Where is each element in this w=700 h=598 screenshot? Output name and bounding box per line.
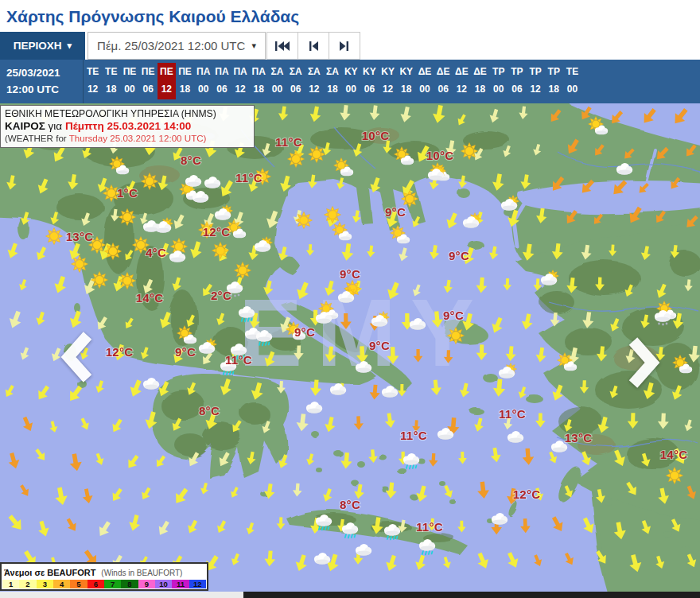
region-button[interactable]: ΠΕΡΙΟΧΗ ▾	[0, 32, 85, 60]
beaufort-legend-title: Άνεμοι σε BEAUFORT	[4, 568, 95, 577]
timeline-step[interactable]: ΤΡ18	[545, 63, 563, 99]
timeline-step[interactable]: ΠΑ12	[231, 63, 250, 99]
timeline-steps: ΤΕ12ΤΕ18ΠΕ00ΠΕ06ΠΕ12ΠΕ18ΠΑ00ΠΑ06ΠΑ12ΠΑ18…	[83, 60, 581, 103]
sun-icon	[212, 243, 229, 259]
temperature-label: 13°C	[565, 431, 593, 445]
map-next-arrow[interactable]	[620, 336, 665, 392]
temperature-label: 11°C	[499, 407, 526, 421]
timeline-step[interactable]: ΤΕ18	[102, 63, 120, 99]
temperature-label: 11°C	[400, 429, 427, 442]
temperature-label: 8°C	[340, 498, 360, 511]
skip-to-first-icon	[274, 41, 290, 52]
temperature-label: 9°C	[385, 205, 406, 219]
datetime-select[interactable]: Πέμ. 25/03/2021 12:00 UTC ▾	[88, 32, 266, 60]
map-prev-arrow[interactable]	[56, 331, 100, 386]
sun-icon	[296, 212, 313, 229]
previous-timestep-button[interactable]	[298, 32, 329, 60]
timeline-step[interactable]: ΔΕ06	[434, 63, 453, 99]
bottom-strip-light	[0, 592, 243, 598]
info-weather-word: ΚΑΙΡΟΣ	[5, 120, 45, 132]
temperature-label: 8°C	[181, 153, 201, 167]
beaufort-cell: 11	[172, 580, 189, 588]
timeline-step[interactable]: ΠΑ06	[212, 63, 231, 99]
sun-icon	[309, 146, 325, 163]
temperature-label: 8°C	[199, 404, 220, 417]
timeline-bar: 25/03/2021 12:00 UTC ΤΕ12ΤΕ18ΠΕ00ΠΕ06ΠΕ1…	[0, 60, 700, 103]
beaufort-cell: 5	[70, 580, 87, 588]
sun-icon	[142, 173, 158, 190]
timeline-step[interactable]: ΠΑ00	[194, 63, 212, 99]
temperature-label: 12°C	[203, 225, 231, 239]
timeline-step[interactable]: ΠΑ18	[250, 63, 268, 99]
weather-map: ΕΜΥ 11°C10°C8°C10°C11°C1°C9°C13°C12°C4°C…	[0, 103, 700, 592]
timeline-step[interactable]: ΣΑ00	[268, 63, 286, 99]
timeline-step[interactable]: ΚΥ06	[360, 63, 379, 99]
temperature-label: 12°C	[513, 487, 541, 501]
temperature-label: 9°C	[369, 339, 390, 352]
timeline-step[interactable]: ΚΥ18	[397, 63, 415, 99]
beaufort-cell: 6	[88, 580, 104, 588]
sun-icon	[448, 328, 465, 344]
info-valid-greek: ΚΑΙΡΟΣ για Πέμπτη 25.03.2021 14:00	[5, 120, 250, 133]
timeline-step[interactable]: ΚΥ00	[342, 63, 360, 99]
timeline-current-date: 25/03/2021	[6, 64, 83, 81]
info-agency: ΕΘΝΙΚΗ ΜΕΤΕΩΡΟΛΟΓΙΚΗ ΥΠΗΡΕΣΙΑ (HNMS)	[5, 108, 250, 120]
sun-icon	[46, 228, 63, 245]
timeline-step[interactable]: ΚΥ12	[379, 63, 397, 99]
timeline-step[interactable]: ΤΡ06	[508, 63, 526, 99]
timeline-step[interactable]: ΠΕ18	[176, 63, 194, 99]
sun-icon	[91, 272, 108, 289]
temperature-label: 12°C	[106, 345, 134, 359]
temperature-label: 11°C	[225, 353, 252, 367]
timeline-step[interactable]: ΤΕ12	[84, 63, 102, 99]
step-next-icon	[339, 41, 350, 52]
sun-icon	[119, 273, 136, 289]
timeline-step[interactable]: ΔΕ00	[415, 63, 434, 99]
beaufort-cell: 10	[155, 580, 172, 588]
sun-icon	[119, 209, 136, 226]
temperature-label: 10°C	[362, 129, 390, 142]
page-title: Χάρτης Πρόγνωσης Καιρού Ελλάδας	[0, 0, 700, 32]
timeline-step[interactable]: ΔΕ12	[453, 63, 471, 99]
timeline-step[interactable]: ΣΑ06	[286, 63, 305, 99]
timestep-nav-group	[267, 32, 360, 60]
temperature-label: 14°C	[660, 448, 688, 461]
temperature-label: 9°C	[340, 267, 360, 281]
info-valid-datetime-utc: Thursday 25.03.2021 12:00 UTC)	[69, 133, 207, 143]
beaufort-cell: 3	[37, 580, 53, 588]
temperature-label: 13°C	[66, 230, 94, 243]
datetime-label: Πέμ. 25/03/2021 12:00 UTC	[97, 39, 245, 52]
sun-icon	[325, 207, 341, 223]
step-previous-icon	[308, 41, 319, 52]
sun-icon	[461, 143, 478, 160]
beaufort-cell: 4	[53, 580, 70, 588]
timeline-step-selected[interactable]: ΠΕ12	[158, 63, 176, 99]
timeline-step[interactable]: ΠΕ06	[139, 63, 158, 99]
timeline-step[interactable]: ΤΡ00	[489, 63, 508, 99]
timeline-step[interactable]: ΤΡ12	[527, 63, 545, 99]
bottom-strip-dark	[243, 592, 700, 598]
beaufort-legend-title-row: Άνεμοι σε BEAUFORT(Winds in BEAUFORT)	[2, 564, 207, 579]
timeline-step[interactable]: ΣΑ18	[323, 63, 341, 99]
temperature-label: 10°C	[426, 149, 454, 162]
first-timestep-button[interactable]	[266, 32, 298, 60]
timeline-step[interactable]: ΔΕ18	[471, 63, 489, 99]
beaufort-cell: 7	[104, 580, 121, 588]
sun-icon	[72, 256, 88, 273]
beaufort-cell: 8	[121, 580, 138, 588]
sun-icon	[667, 468, 683, 484]
region-button-label: ΠΕΡΙΟΧΗ	[14, 40, 62, 52]
temperature-label: 9°C	[443, 309, 464, 322]
temperature-label: 11°C	[235, 171, 262, 184]
info-valid-datetime: Πέμπτη 25.03.2021 14:00	[65, 120, 191, 132]
timeline-step[interactable]: ΤΕ00	[563, 63, 581, 99]
map-info-box: ΕΘΝΙΚΗ ΜΕΤΕΩΡΟΛΟΓΙΚΗ ΥΠΗΡΕΣΙΑ (HNMS) ΚΑΙ…	[0, 105, 255, 148]
next-timestep-button[interactable]	[329, 32, 360, 60]
temperature-label: 11°C	[275, 135, 302, 149]
timeline-step[interactable]: ΣΑ12	[305, 63, 323, 99]
timeline-current: 25/03/2021 12:00 UTC	[0, 60, 83, 103]
bottom-strip	[0, 592, 700, 598]
chevron-left-icon	[56, 331, 100, 383]
timeline-step[interactable]: ΠΕ00	[120, 63, 138, 99]
timeline-current-time: 12:00 UTC	[6, 81, 83, 98]
